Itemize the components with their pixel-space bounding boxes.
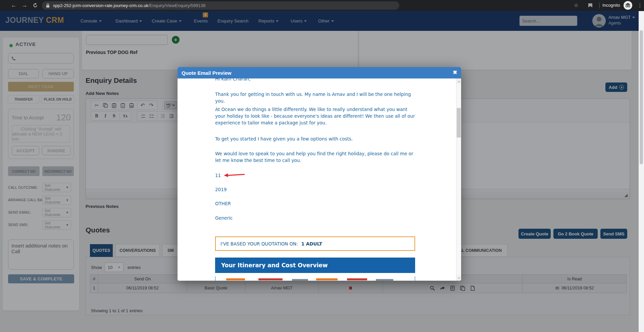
scroll-up-icon[interactable]: ▲ [456,78,461,84]
itinerary-banner: Your Itinerary and Cost Overview [215,258,415,273]
chrome-divider [599,3,600,8]
quotation-basis-value: 1 ADULT [301,241,322,246]
email-line-year: 2019 [215,186,418,193]
quotation-basis-box: I'VE BASED YOUR QUOTATION ON: 1 ADULT [215,236,415,251]
clipped-content-row [215,276,415,281]
scroll-down-icon[interactable]: ▼ [456,275,461,281]
url-host: spp2-252-jcrm-conversion-rate.journey-cr… [53,3,148,8]
browser-chrome: ← → spp2-252-jcrm-conversion-rate.journe… [0,0,644,11]
email-paragraph: We would love to speak to you and help y… [215,150,418,164]
red-arrow-annotation [224,173,245,178]
modal-scrollbar[interactable]: ▲ ▼ [456,78,461,281]
modal-body: Hi Kam Charan, Thank you for getting in … [178,78,461,281]
email-paragraph: Thank you for getting in touch with us. … [215,91,418,104]
browser-back-icon[interactable]: ← [10,2,17,9]
email-paragraph: To get you started I have given you a fe… [215,135,418,142]
lock-icon [46,3,50,8]
incognito-icon[interactable] [624,1,632,10]
modal-title: Quote Email Preview [182,70,231,76]
incognito-label: Incognito [602,3,620,8]
browser-menu-icon[interactable]: ⋮ [636,2,644,9]
email-line-month: 11 [215,172,418,179]
modal-scrollbar-thumb[interactable] [457,108,461,137]
email-line-other: OTHER [215,200,418,207]
address-bar[interactable]: spp2-252-jcrm-conversion-rate.journey-cr… [42,1,399,10]
email-line-generic: Generic [215,215,418,221]
bookmark-star-icon[interactable]: ☆ [573,2,580,9]
modal-header: Quote Email Preview ✖ [178,67,461,78]
quote-email-preview-modal: Quote Email Preview ✖ Hi Kam Charan, Tha… [178,67,461,281]
email-paragraph: At Ocean we do things a little different… [215,106,418,126]
email-greeting: Hi Kam Charan, [215,78,418,82]
extension-flag-icon[interactable] [587,2,594,9]
url-path: /Enquiry/ViewEnquiry/599138 [148,3,205,8]
app-root: JOURNEYCRM Console Dashboard Create Case… [0,0,644,332]
page-scrollbar-thumb[interactable] [640,30,643,164]
close-icon[interactable]: ✖ [453,69,457,75]
browser-forward-icon[interactable]: → [21,2,28,9]
page-scrollbar[interactable] [639,11,644,332]
browser-reload-icon[interactable] [32,2,39,9]
